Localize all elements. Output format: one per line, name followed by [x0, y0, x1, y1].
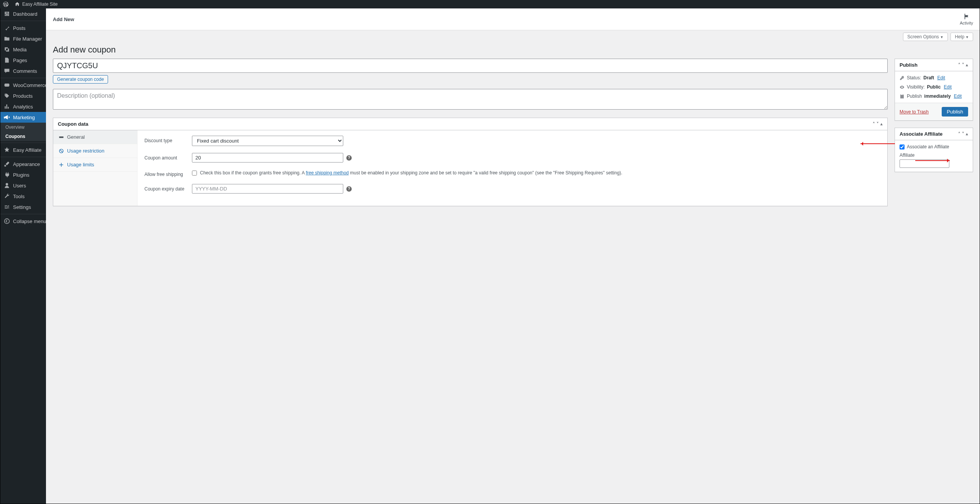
menu-settings[interactable]: Settings	[0, 202, 46, 212]
menu-collapse[interactable]: Collapse menu	[0, 216, 46, 227]
menu-label: Analytics	[13, 104, 33, 110]
menu-file-manager[interactable]: File Manager	[0, 33, 46, 44]
free-shipping-label: Allow free shipping	[144, 169, 187, 177]
dashboard-icon	[4, 11, 10, 17]
coupon-data-tabs: General Usage restriction Usage limits	[53, 130, 138, 206]
panel-move-down[interactable]: ˅	[877, 121, 879, 126]
panel-move-down[interactable]: ˅	[962, 131, 964, 136]
menu-users[interactable]: Users	[0, 180, 46, 191]
publish-status-line: Status: Draft Edit	[900, 75, 968, 80]
associate-affiliate-panel: Associate Affiliate ˄ ˅ ▴ Associate an A…	[895, 128, 973, 172]
flag-icon	[963, 13, 970, 20]
publish-schedule-line: Publish immediately Edit	[900, 94, 968, 99]
menu-dashboard[interactable]: Dashboard	[0, 8, 46, 19]
analytics-icon	[4, 103, 10, 110]
discount-type-select[interactable]: Fixed cart discount	[192, 136, 343, 146]
screen-meta-links: Screen Options▼ Help▼	[46, 30, 980, 41]
submenu-coupons[interactable]: Coupons	[0, 132, 46, 141]
menu-posts[interactable]: Posts	[0, 23, 46, 33]
panel-move-up[interactable]: ˄	[958, 131, 960, 136]
activity-label: Activity	[960, 21, 973, 25]
panel-toggle[interactable]: ▴	[966, 62, 968, 67]
collapse-icon	[4, 218, 10, 224]
menu-label: Tools	[13, 194, 25, 199]
plug-icon	[4, 172, 10, 178]
ticket-icon	[59, 135, 64, 140]
expiry-date-label: Coupon expiry date	[144, 184, 187, 192]
tab-general[interactable]: General	[53, 130, 137, 144]
menu-products[interactable]: Products	[0, 90, 46, 101]
woo-icon	[4, 82, 10, 88]
help-icon[interactable]: ?	[346, 155, 352, 161]
menu-marketing[interactable]: Marketing	[0, 112, 46, 123]
menu-label: Products	[13, 93, 33, 99]
panel-toggle[interactable]: ▴	[880, 121, 883, 126]
edit-status-link[interactable]: Edit	[937, 75, 945, 80]
submenu-overview[interactable]: Overview	[0, 123, 46, 132]
publish-visibility-line: Visibility: Public Edit	[900, 84, 968, 90]
affiliate-panel-title: Associate Affiliate	[900, 131, 942, 137]
menu-label: Appearance	[13, 161, 40, 167]
menu-label: Plugins	[13, 172, 29, 178]
comment-icon	[4, 68, 10, 74]
menu-analytics[interactable]: Analytics	[0, 101, 46, 112]
menu-media[interactable]: Media	[0, 44, 46, 55]
wrench-icon	[4, 193, 10, 199]
move-to-trash-link[interactable]: Move to Trash	[900, 109, 929, 115]
generate-coupon-code-button[interactable]: Generate coupon code	[53, 75, 108, 84]
menu-pages[interactable]: Pages	[0, 55, 46, 66]
star-icon	[4, 147, 10, 153]
main-column: Generate coupon code Coupon data ˄ ˅ ▴	[53, 59, 888, 206]
free-shipping-method-link[interactable]: free shipping method	[306, 170, 349, 176]
admin-bar: Easy Affiliate Site	[0, 0, 980, 8]
site-home-link[interactable]: Easy Affiliate Site	[11, 0, 61, 8]
menu-label: Pages	[13, 57, 27, 63]
menu-label: File Manager	[13, 36, 42, 42]
expiry-date-input[interactable]	[192, 184, 343, 194]
menu-appearance[interactable]: Appearance	[0, 159, 46, 169]
coupon-description-input[interactable]	[53, 89, 888, 110]
activity-button[interactable]: Activity	[960, 13, 973, 25]
menu-comments[interactable]: Comments	[0, 66, 46, 76]
pin-icon	[4, 25, 10, 31]
publish-button[interactable]: Publish	[942, 107, 968, 117]
calendar-icon	[900, 94, 905, 99]
help-icon[interactable]: ?	[346, 186, 352, 192]
plus-icon	[59, 162, 64, 167]
coupon-amount-input[interactable]	[192, 153, 343, 163]
menu-woocommerce[interactable]: WooCommerce	[0, 80, 46, 90]
free-shipping-description: Check this box if the coupon grants free…	[200, 169, 622, 176]
panel-toggle[interactable]: ▴	[966, 131, 968, 136]
tab-usage-limits[interactable]: Usage limits	[53, 158, 137, 172]
screen-options-toggle[interactable]: Screen Options▼	[903, 33, 948, 41]
panel-move-down[interactable]: ˅	[962, 62, 964, 67]
panel-move-up[interactable]: ˄	[873, 121, 875, 126]
subheader-title: Add New	[53, 16, 74, 22]
annotation-arrow	[915, 160, 950, 161]
ban-icon	[59, 148, 64, 154]
key-icon	[900, 76, 905, 80]
menu-easy-affiliate[interactable]: Easy Affiliate	[0, 144, 46, 155]
tab-usage-restriction[interactable]: Usage restriction	[53, 144, 137, 158]
help-toggle[interactable]: Help▼	[951, 33, 973, 41]
edit-schedule-link[interactable]: Edit	[954, 94, 962, 99]
side-column: Publish ˄ ˅ ▴ Status: Draft Edit	[895, 59, 973, 179]
megaphone-icon	[4, 114, 10, 120]
publish-panel: Publish ˄ ˅ ▴ Status: Draft Edit	[895, 59, 973, 121]
panel-move-up[interactable]: ˄	[958, 62, 960, 67]
coupon-code-input[interactable]	[53, 59, 888, 73]
menu-label: Users	[13, 183, 26, 189]
products-icon	[4, 93, 10, 99]
menu-plugins[interactable]: Plugins	[0, 169, 46, 180]
edit-visibility-link[interactable]: Edit	[944, 84, 952, 90]
menu-tools[interactable]: Tools	[0, 191, 46, 202]
coupon-amount-label: Coupon amount	[144, 153, 187, 161]
free-shipping-checkbox[interactable]	[192, 171, 197, 176]
menu-label: Settings	[13, 204, 31, 210]
discount-type-label: Discount type	[144, 136, 187, 143]
associate-affiliate-checkbox[interactable]	[900, 144, 905, 149]
coupon-data-panel: Coupon data ˄ ˅ ▴ General	[53, 118, 888, 206]
menu-label: Collapse menu	[13, 218, 46, 224]
admin-menu: Dashboard Posts File Manager Media Pages…	[0, 8, 46, 504]
wp-logo[interactable]	[0, 0, 11, 8]
